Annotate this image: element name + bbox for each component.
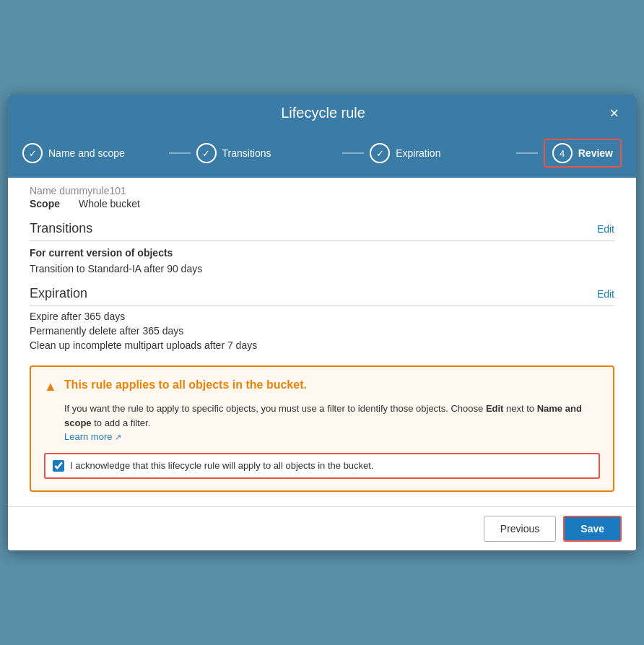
previous-button[interactable]: Previous xyxy=(484,516,556,542)
transitions-section-header: Transitions Edit xyxy=(30,221,614,241)
step-transitions[interactable]: ✓ Transitions xyxy=(196,143,337,163)
cleanup-text: Clean up incomplete multipart uploads af… xyxy=(30,339,614,351)
name-field-value: dummyrule101 xyxy=(59,185,126,196)
warning-box: ▲ This rule applies to all objects in th… xyxy=(30,365,614,492)
warning-body-text3: to add a filter. xyxy=(92,417,151,428)
warning-body: If you want the rule to apply to specifi… xyxy=(64,402,600,444)
modal-body: Name dummyrule101 Scope Whole bucket Tra… xyxy=(8,178,636,506)
name-field-label: Name xyxy=(30,185,56,196)
modal-dialog: Lifecycle rule × ✓ Name and scope ✓ Tran… xyxy=(8,95,636,550)
transitions-detail: Transition to Standard-IA after 90 days xyxy=(30,263,614,274)
warning-title: This rule applies to all objects in the … xyxy=(64,378,307,391)
step-review[interactable]: 4 Review xyxy=(544,139,622,168)
steps-bar: ✓ Name and scope ✓ Transitions ✓ Expirat… xyxy=(8,131,636,178)
step-divider-3 xyxy=(516,152,538,154)
permanently-delete-text: Permanently delete after 365 days xyxy=(30,325,614,337)
scope-value: Whole bucket xyxy=(79,198,140,209)
step1-label: Name and scope xyxy=(48,147,125,159)
acknowledge-label: I acknowledge that this lifecycle rule w… xyxy=(70,460,374,471)
expire-text: Expire after 365 days xyxy=(30,311,614,322)
step2-label: Transitions xyxy=(222,147,271,159)
transitions-edit-link[interactable]: Edit xyxy=(597,223,614,235)
modal-footer: Previous Save xyxy=(8,506,636,550)
step-divider-2 xyxy=(342,152,364,154)
scope-label: Scope xyxy=(30,198,73,209)
acknowledge-row: I acknowledge that this lifecycle rule w… xyxy=(44,453,600,479)
warning-body-text2: next to xyxy=(503,403,536,414)
step4-circle: 4 xyxy=(552,143,573,163)
overlay: Lifecycle rule × ✓ Name and scope ✓ Tran… xyxy=(0,0,644,645)
step4-label: Review xyxy=(578,147,613,159)
step3-circle: ✓ xyxy=(370,143,390,163)
expiration-title: Expiration xyxy=(30,286,87,301)
learn-more-link[interactable]: Learn more xyxy=(64,431,121,442)
warning-header: ▲ This rule applies to all objects in th… xyxy=(44,378,600,394)
save-button[interactable]: Save xyxy=(563,516,622,542)
transitions-title: Transitions xyxy=(30,221,92,236)
step-expiration[interactable]: ✓ Expiration xyxy=(370,143,510,163)
step-divider-1 xyxy=(169,152,191,154)
modal-header: Lifecycle rule × xyxy=(8,95,636,131)
step-name-scope[interactable]: ✓ Name and scope xyxy=(22,143,163,163)
warning-icon: ▲ xyxy=(44,379,57,394)
scope-row: Scope Whole bucket xyxy=(30,198,614,209)
step3-label: Expiration xyxy=(396,147,440,159)
expiration-edit-link[interactable]: Edit xyxy=(597,288,614,300)
content-area: Name dummyrule101 Scope Whole bucket Tra… xyxy=(8,178,636,506)
modal-title: Lifecycle rule xyxy=(40,105,606,121)
acknowledge-checkbox[interactable] xyxy=(53,460,64,472)
close-button[interactable]: × xyxy=(606,105,622,121)
transitions-subsection-title: For current version of objects xyxy=(30,247,614,259)
expiration-section-header: Expiration Edit xyxy=(30,286,614,306)
name-label-row: Name dummyrule101 xyxy=(30,185,614,196)
warning-body-text1: If you want the rule to apply to specifi… xyxy=(64,403,486,414)
step1-circle: ✓ xyxy=(22,143,43,163)
step2-circle: ✓ xyxy=(196,143,217,163)
warning-bold-edit: Edit xyxy=(486,403,504,414)
